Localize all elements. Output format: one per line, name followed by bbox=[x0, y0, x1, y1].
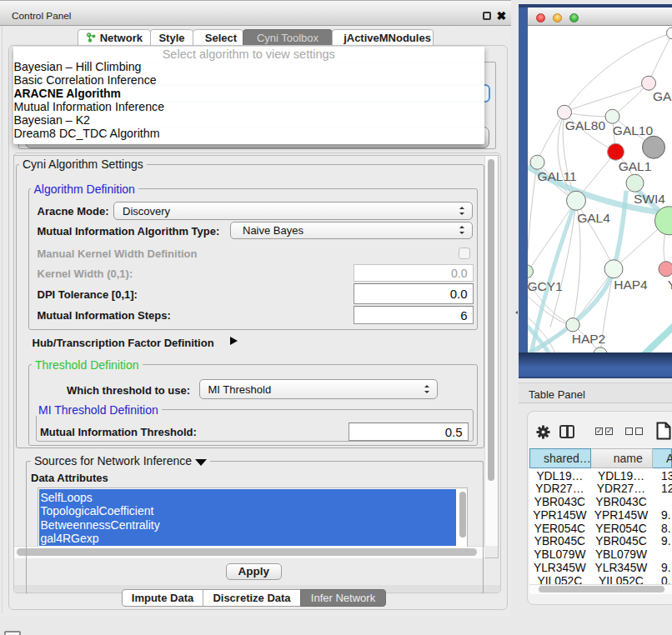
svg-text:GAL80: GAL80 bbox=[565, 118, 606, 132]
svg-text:GAL4: GAL4 bbox=[577, 210, 610, 224]
svg-text:Y: Y bbox=[668, 277, 672, 291]
svg-text:GAL11: GAL11 bbox=[537, 168, 576, 182]
svg-text:HAP4: HAP4 bbox=[614, 278, 648, 292]
svg-text:GAL1: GAL1 bbox=[619, 158, 652, 172]
svg-text:GAL80: GAL80 bbox=[653, 88, 672, 102]
svg-text:GCY1: GCY1 bbox=[528, 278, 563, 292]
svg-text:SWI4: SWI4 bbox=[634, 192, 665, 206]
svg-text:HAP2: HAP2 bbox=[572, 331, 606, 345]
svg-text:GAL10: GAL10 bbox=[613, 123, 654, 138]
